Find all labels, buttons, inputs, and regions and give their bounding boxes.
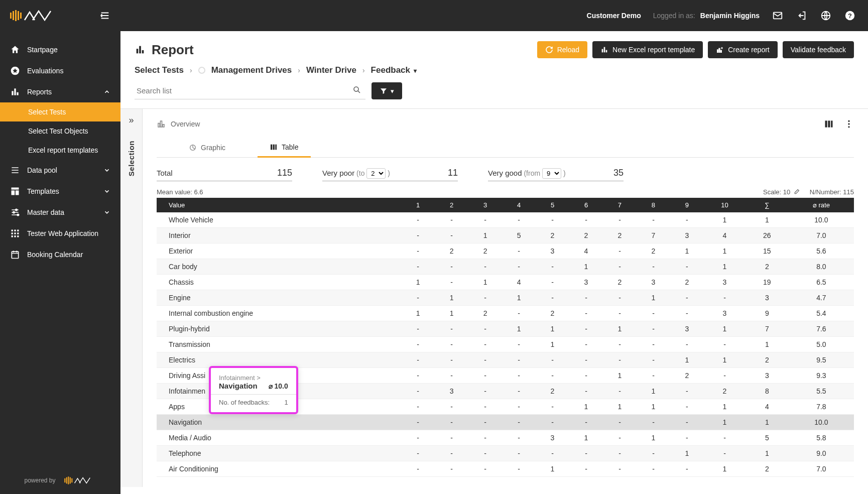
- good-threshold-select[interactable]: 9: [542, 168, 561, 179]
- nav-label: Master data: [27, 208, 64, 216]
- nav-data-pool[interactable]: Data pool: [0, 160, 120, 181]
- table-row[interactable]: Chassis1-14-32323196.5: [157, 275, 854, 290]
- table-row[interactable]: Electrics--------1129.5: [157, 352, 854, 368]
- button-label: Reload: [557, 46, 579, 54]
- nav-excel-templates[interactable]: Excel report templates: [0, 141, 120, 160]
- nav-evaluations[interactable]: Evaluations: [0, 60, 120, 81]
- cell: -: [637, 368, 670, 384]
- table-header: 10: [704, 198, 746, 212]
- tab-table[interactable]: Table: [258, 138, 310, 158]
- breadcrumb-item[interactable]: Select Tests: [135, 65, 184, 75]
- cell: -: [569, 306, 603, 321]
- logout-icon[interactable]: [796, 10, 808, 22]
- table-row[interactable]: Whole Vehicle---------1110.0: [157, 212, 854, 228]
- cell: 2: [569, 228, 603, 243]
- page-title: Report: [152, 42, 194, 58]
- poor-threshold-select[interactable]: 2: [366, 168, 386, 179]
- pie-icon: [189, 144, 197, 152]
- cell: 1: [603, 321, 637, 337]
- cell: -: [670, 430, 704, 446]
- cell: -: [603, 461, 637, 477]
- cell: 1: [435, 290, 468, 306]
- table-row[interactable]: Navigation---------1110.0: [157, 415, 854, 430]
- edit-icon[interactable]: [793, 189, 800, 195]
- nav-master-data[interactable]: Master data: [0, 202, 120, 223]
- cell: 1: [637, 430, 670, 446]
- search-input[interactable]: [135, 82, 365, 99]
- cell: 1: [401, 306, 435, 321]
- cell: -: [401, 384, 435, 399]
- cell: 1: [569, 259, 603, 275]
- expand-selection-icon[interactable]: »: [129, 115, 134, 126]
- breadcrumb-label: Feedback: [371, 65, 410, 75]
- breadcrumb-item[interactable]: Winter Drive: [306, 65, 356, 75]
- breadcrumb-item[interactable]: Management Drives: [211, 65, 292, 75]
- nav-tester-web[interactable]: Tester Web Application: [0, 223, 120, 244]
- list-icon: [10, 165, 20, 175]
- create-report-button[interactable]: Create report: [708, 41, 777, 58]
- table-row[interactable]: Media / Audio----31-1--55.8: [157, 430, 854, 446]
- validate-feedback-button[interactable]: Validate feedback: [783, 41, 854, 58]
- nav-booking-calendar[interactable]: Booking Calendar: [0, 244, 120, 265]
- cell: -: [401, 321, 435, 337]
- cell: -: [502, 352, 536, 368]
- nav-select-test-objects[interactable]: Select Test Objects: [0, 121, 120, 141]
- table-row[interactable]: Car body-----1---128.0: [157, 259, 854, 275]
- breadcrumb-dropdown[interactable]: Feedback ▾: [371, 65, 417, 75]
- cell: 3: [637, 275, 670, 290]
- nav-reports[interactable]: Reports: [0, 81, 120, 102]
- cell: -: [502, 446, 536, 461]
- globe-icon[interactable]: [820, 10, 832, 22]
- stat-very-good: Very good (from 9 ) 35: [488, 168, 624, 181]
- table-row[interactable]: Exterior-22-34-211155.6: [157, 243, 854, 259]
- filter-button[interactable]: ▾: [371, 82, 402, 99]
- help-icon[interactable]: ?: [844, 10, 856, 22]
- cell: -: [670, 306, 704, 321]
- tab-graphic[interactable]: Graphic: [177, 138, 237, 157]
- reload-button[interactable]: Reload: [537, 41, 587, 58]
- cell: -: [468, 337, 502, 352]
- cell: 1: [704, 321, 746, 337]
- cell: -: [704, 290, 746, 306]
- cell: -: [401, 243, 435, 259]
- cell: -: [502, 430, 536, 446]
- cell: -: [435, 275, 468, 290]
- action-bar: Reload New Excel report template Create …: [537, 41, 854, 58]
- table-row[interactable]: Interior--15222734267.0: [157, 228, 854, 243]
- cell: -: [502, 461, 536, 477]
- svg-rect-45: [273, 145, 275, 150]
- cell: -: [637, 212, 670, 228]
- cell: 26: [746, 228, 789, 243]
- table-row[interactable]: Telephone--------1-19.0: [157, 446, 854, 461]
- cell: -: [468, 321, 502, 337]
- nav-label: Select Tests: [28, 108, 66, 116]
- main: Customer Demo Logged in as: Benjamin Hig…: [120, 0, 868, 494]
- table-row[interactable]: Plugin-hybrid---11-1-3177.6: [157, 321, 854, 337]
- cell: -: [670, 399, 704, 415]
- table-row[interactable]: Internal combustion engine112-2----395.4: [157, 306, 854, 321]
- cell: 2: [603, 275, 637, 290]
- table-row[interactable]: Transmission----1-----15.0: [157, 337, 854, 352]
- search-icon[interactable]: [352, 85, 361, 94]
- cell: 4: [704, 228, 746, 243]
- cell: -: [670, 461, 704, 477]
- nav-templates[interactable]: Templates: [0, 181, 120, 202]
- cell: 1: [637, 384, 670, 399]
- cell: -: [704, 430, 746, 446]
- nav-select-tests[interactable]: Select Tests: [0, 102, 120, 121]
- more-icon[interactable]: [844, 119, 854, 129]
- cell: -: [536, 446, 569, 461]
- cell: 1: [502, 290, 536, 306]
- cell: 3: [435, 384, 468, 399]
- mail-icon[interactable]: [772, 10, 784, 22]
- table-row[interactable]: Engine-1-1---1--34.7: [157, 290, 854, 306]
- cell: 15: [746, 243, 789, 259]
- cell: -: [435, 321, 468, 337]
- cell: -: [435, 352, 468, 368]
- columns-icon[interactable]: [824, 119, 834, 129]
- menu-toggle-icon[interactable]: [99, 10, 110, 21]
- new-excel-button[interactable]: New Excel report template: [592, 41, 703, 58]
- nav-label: Tester Web Application: [27, 229, 98, 237]
- table-row[interactable]: Air Conditioning----1----127.0: [157, 461, 854, 477]
- nav-startpage[interactable]: Startpage: [0, 39, 120, 60]
